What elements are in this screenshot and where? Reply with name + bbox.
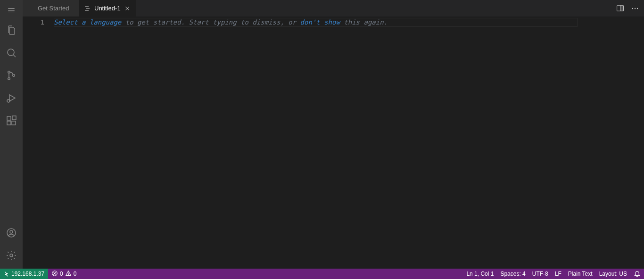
notifications-icon[interactable] <box>630 269 644 279</box>
svg-rect-17 <box>28 5 34 12</box>
warning-icon <box>65 270 72 278</box>
account-icon[interactable] <box>0 222 23 244</box>
svg-point-6 <box>8 78 10 80</box>
problems-button[interactable]: 0 0 <box>48 269 80 279</box>
extensions-icon[interactable] <box>0 109 23 132</box>
remote-host-button[interactable]: 192.168.1.37 <box>0 269 48 279</box>
svg-rect-13 <box>12 116 16 120</box>
svg-point-16 <box>10 254 13 257</box>
svg-rect-20 <box>31 8 33 8</box>
svg-line-4 <box>14 55 16 57</box>
status-bar: 192.168.1.37 0 0 Ln 1, Col 1 Spaces: 4 U… <box>0 269 644 279</box>
warning-count: 0 <box>74 271 77 277</box>
search-icon[interactable] <box>0 41 23 64</box>
indentation-button[interactable]: Spaces: 4 <box>497 269 528 279</box>
svg-rect-21 <box>31 9 33 10</box>
svg-point-15 <box>10 230 13 233</box>
close-icon[interactable] <box>124 5 131 12</box>
tab-bar: Get Started Untitled-1 <box>23 0 644 16</box>
svg-rect-11 <box>7 121 11 125</box>
error-icon <box>51 270 58 278</box>
svg-point-3 <box>8 49 14 56</box>
cursor-position-button[interactable]: Ln 1, Col 1 <box>463 269 497 279</box>
editor-hint: Select a language to get started. Start … <box>54 18 641 27</box>
error-count: 0 <box>60 271 63 277</box>
svg-point-32 <box>635 8 636 8</box>
tab-label: Get Started <box>38 5 69 12</box>
editor[interactable]: 1 Select a language to get started. Star… <box>23 16 644 269</box>
svg-marker-8 <box>9 95 15 101</box>
gear-icon[interactable] <box>0 244 23 267</box>
svg-point-7 <box>13 74 15 76</box>
more-actions-icon[interactable] <box>630 3 640 14</box>
line-number: 1 <box>23 18 44 27</box>
keyboard-layout-button[interactable]: Layout: US <box>596 269 630 279</box>
svg-point-33 <box>637 8 638 8</box>
file-icon <box>84 5 91 12</box>
select-language-link[interactable]: Select a language <box>54 18 121 26</box>
svg-point-5 <box>8 71 10 73</box>
language-mode-button[interactable]: Plain Text <box>565 269 596 279</box>
svg-point-31 <box>632 8 633 8</box>
split-editor-icon[interactable] <box>615 3 625 14</box>
app-menu-button[interactable] <box>0 3 23 19</box>
remote-host-label: 192.168.1.37 <box>11 271 44 277</box>
tab-untitled[interactable]: Untitled-1 <box>79 0 136 16</box>
dont-show-link[interactable]: don't show <box>300 18 340 26</box>
explorer-icon[interactable] <box>0 19 23 41</box>
eol-button[interactable]: LF <box>552 269 565 279</box>
svg-rect-22 <box>31 10 33 11</box>
encoding-button[interactable]: UTF-8 <box>529 269 552 279</box>
svg-rect-10 <box>7 116 11 120</box>
gutter: 1 <box>23 16 54 269</box>
svg-point-38 <box>68 274 68 275</box>
run-debug-icon[interactable] <box>0 87 23 109</box>
activity-bar <box>0 0 23 269</box>
svg-rect-18 <box>29 6 30 11</box>
tab-get-started[interactable]: Get Started <box>23 0 79 16</box>
tab-label: Untitled-1 <box>94 5 121 12</box>
svg-rect-19 <box>31 6 33 7</box>
svg-rect-12 <box>12 121 16 125</box>
svg-rect-30 <box>620 6 623 11</box>
source-control-icon[interactable] <box>0 64 23 87</box>
welcome-icon <box>27 5 35 12</box>
minimap[interactable] <box>641 16 644 269</box>
